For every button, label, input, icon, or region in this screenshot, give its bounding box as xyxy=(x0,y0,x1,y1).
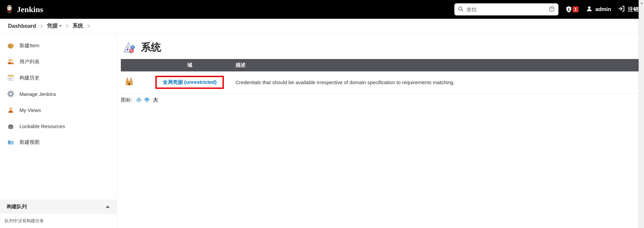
table-header: 域 描述 xyxy=(121,59,640,71)
person-icon xyxy=(7,106,15,114)
sidebar-item-label: My Views xyxy=(19,107,41,113)
breadcrumb: Dashboard 凭据 系统 xyxy=(0,19,644,34)
svg-point-8 xyxy=(568,8,569,9)
sidebar: 新建Item 用户列表 xyxy=(0,34,117,228)
col-description[interactable]: 描述 xyxy=(232,59,640,71)
chevron-right-icon xyxy=(87,23,90,29)
sidebar-item-users[interactable]: 用户列表 xyxy=(0,54,116,70)
icon-size-large[interactable]: 大 xyxy=(152,97,159,103)
sidebar-item-new-item[interactable]: 新建Item xyxy=(0,38,116,54)
build-queue-section: 构建队列 队列中没有构建任务 xyxy=(0,199,116,228)
page-title: 系统 xyxy=(141,41,161,54)
box-icon xyxy=(7,42,15,50)
sidebar-item-my-views[interactable]: My Views xyxy=(0,102,116,118)
highlighted-link-box: 全局凭据 (unrestricted) xyxy=(155,76,224,89)
row-icon-cell xyxy=(121,71,148,94)
chevron-right-icon xyxy=(40,23,43,29)
scrollbar[interactable]: ▲ xyxy=(639,0,644,228)
search-box[interactable] xyxy=(454,3,558,15)
main-content: 系统 域 描述 xyxy=(117,34,644,228)
crumb-system[interactable]: 系统 xyxy=(72,22,83,30)
body: 新建Item 用户列表 xyxy=(0,34,644,228)
crumb-credentials[interactable]: 凭据 xyxy=(47,22,62,30)
icon-size-label: 图标: xyxy=(121,97,132,103)
svg-point-30 xyxy=(9,107,12,110)
notification-count-badge: 1 xyxy=(573,6,579,13)
history-icon xyxy=(7,74,15,82)
svg-point-38 xyxy=(127,49,129,51)
svg-point-7 xyxy=(551,10,552,10)
scroll-up-icon[interactable]: ▲ xyxy=(639,0,644,5)
svg-rect-22 xyxy=(10,90,11,92)
caret-down-icon xyxy=(59,25,62,27)
svg-rect-16 xyxy=(8,75,14,77)
svg-point-1 xyxy=(8,8,9,8)
svg-point-34 xyxy=(8,127,13,129)
row-domain-cell: 全局凭据 (unrestricted) xyxy=(148,71,232,94)
svg-point-12 xyxy=(588,6,591,9)
icon-size-medium[interactable]: 中 xyxy=(143,97,151,103)
sidebar-item-label: Manage Jenkins xyxy=(19,91,56,97)
svg-point-41 xyxy=(132,46,133,48)
help-icon[interactable] xyxy=(548,6,555,13)
top-header: Jenkins xyxy=(0,0,644,19)
search-icon xyxy=(458,6,464,13)
credentials-table: 域 描述 xyxy=(121,59,640,94)
user-icon xyxy=(586,5,593,13)
sidebar-item-new-view[interactable]: 新建视图 xyxy=(0,134,116,150)
svg-rect-3 xyxy=(7,10,12,11)
system-store-icon xyxy=(121,40,136,55)
svg-rect-23 xyxy=(10,96,11,98)
castle-icon xyxy=(125,81,134,87)
svg-point-40 xyxy=(131,50,132,51)
sidebar-item-lockable-resources[interactable]: Lockable Resources xyxy=(0,118,116,134)
logo-text: Jenkins xyxy=(17,5,43,14)
svg-rect-36 xyxy=(11,143,13,144)
crumb-credentials-label: 凭据 xyxy=(47,22,58,30)
logout-icon xyxy=(618,5,625,14)
lock-icon xyxy=(7,122,15,130)
svg-rect-25 xyxy=(13,94,14,95)
logo[interactable]: Jenkins xyxy=(5,5,43,14)
sidebar-item-label: 构建历史 xyxy=(19,75,40,81)
sidebar-item-label: 用户列表 xyxy=(19,59,40,65)
table-row: 全局凭据 (unrestricted) Credentials that sho… xyxy=(121,71,640,94)
col-icon[interactable] xyxy=(121,59,148,71)
shield-icon xyxy=(565,6,573,13)
sidebar-item-build-history[interactable]: 构建历史 xyxy=(0,70,116,86)
users-icon xyxy=(7,58,15,66)
sidebar-items: 新建Item 用户列表 xyxy=(0,38,116,150)
logout-label: 注销 xyxy=(628,6,639,13)
sidebar-item-manage-jenkins[interactable]: Manage Jenkins xyxy=(0,86,116,102)
crumb-dashboard[interactable]: Dashboard xyxy=(8,23,36,29)
global-credentials-link[interactable]: 全局凭据 (unrestricted) xyxy=(163,79,217,86)
svg-rect-24 xyxy=(7,94,8,95)
gear-icon xyxy=(7,90,15,98)
svg-rect-48 xyxy=(130,79,132,81)
build-queue-body: 队列中没有构建任务 xyxy=(0,214,116,228)
icon-size-small[interactable]: 小 xyxy=(135,97,143,103)
folder-plus-icon xyxy=(7,138,15,146)
sidebar-item-label: Lockable Resources xyxy=(19,123,65,129)
svg-point-2 xyxy=(10,8,10,8)
user-name: admin xyxy=(595,6,611,12)
alerts-badge[interactable]: 1 xyxy=(565,6,579,13)
chevron-up-icon xyxy=(106,206,110,208)
svg-rect-9 xyxy=(568,9,569,11)
svg-point-14 xyxy=(11,60,13,62)
logout-link[interactable]: 注销 xyxy=(618,5,639,14)
user-link[interactable]: admin xyxy=(586,5,611,13)
icon-size-selector: 图标: 小 中 大 xyxy=(121,97,640,103)
build-queue-header[interactable]: 构建队列 xyxy=(0,199,116,214)
header-right: 1 admin 注销 xyxy=(454,3,639,15)
col-domain[interactable]: 域 xyxy=(148,59,232,71)
svg-point-13 xyxy=(9,59,11,61)
chevron-right-icon xyxy=(66,23,68,29)
search-input[interactable] xyxy=(466,7,546,12)
jenkins-logo-icon xyxy=(5,5,13,13)
svg-rect-49 xyxy=(128,83,130,85)
svg-rect-47 xyxy=(127,79,129,81)
sidebar-item-label: 新建Item xyxy=(19,43,39,49)
svg-point-21 xyxy=(10,93,12,95)
svg-point-4 xyxy=(459,7,462,10)
